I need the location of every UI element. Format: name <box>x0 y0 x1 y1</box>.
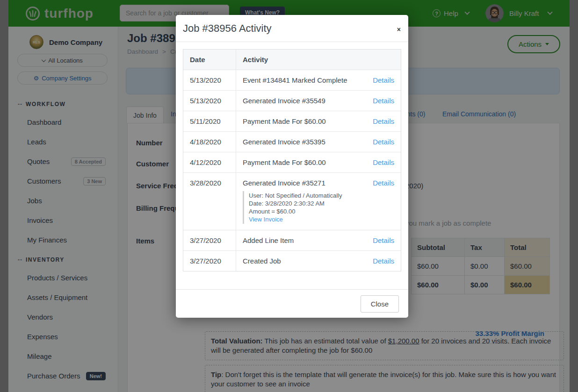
details-link[interactable]: Details <box>373 257 394 265</box>
col-date: Date <box>183 50 236 70</box>
details-link[interactable]: Details <box>373 117 394 125</box>
activity-text: Generated Invoice #35395 <box>243 138 325 146</box>
activity-row: 3/27/2020 Created Job Details <box>183 251 401 271</box>
activity-text: Payment Made For $60.00 <box>243 158 326 166</box>
activity-text: Payment Made For $60.00 <box>243 117 326 125</box>
activity-table-header: Date Activity <box>183 50 401 70</box>
details-link[interactable]: Details <box>373 236 394 244</box>
activity-text: Created Job <box>243 257 281 265</box>
activity-row: 5/13/2020 Generated Invoice #35549 Detai… <box>183 91 401 111</box>
details-link[interactable]: Details <box>373 97 394 105</box>
detail-amount: Amount = $60.00 <box>249 207 394 215</box>
activity-date: 3/28/2020 <box>183 173 236 230</box>
activity-table: Date Activity 5/13/2020 Event #134841 Ma… <box>183 49 401 271</box>
activity-date: 5/13/2020 <box>183 91 236 111</box>
activity-text: Added Line Item <box>243 236 294 244</box>
modal-body: Date Activity 5/13/2020 Event #134841 Ma… <box>176 42 408 278</box>
details-link[interactable]: Details <box>373 76 394 84</box>
modal-title: Job #38956 Activity <box>183 22 401 35</box>
details-link[interactable]: Details <box>373 158 394 166</box>
activity-text: Generated Invoice #35549 <box>243 97 325 105</box>
modal-header: Job #38956 Activity × <box>176 15 408 42</box>
activity-detail-block: User: Not Specified / Automatically Date… <box>243 191 394 224</box>
activity-row: 5/11/2020 Payment Made For $60.00 Detail… <box>183 111 401 132</box>
activity-row: 4/12/2020 Payment Made For $60.00 Detail… <box>183 152 401 173</box>
col-activity: Activity <box>236 50 401 70</box>
activity-text: Event #134841 Marked Complete <box>243 76 347 84</box>
activity-row: 4/18/2020 Generated Invoice #35395 Detai… <box>183 132 401 152</box>
activity-text: Generated Invoice #35271 <box>243 179 325 187</box>
app-screen: turfhop What's New? ? Help <box>0 0 578 392</box>
details-link[interactable]: Details <box>373 179 394 187</box>
activity-date: 5/11/2020 <box>183 111 236 131</box>
activity-row-expanded: 3/28/2020 Generated Invoice #35271 Detai… <box>183 173 401 230</box>
activity-row: 3/27/2020 Added Line Item Details <box>183 230 401 251</box>
activity-date: 3/27/2020 <box>183 251 236 271</box>
activity-date: 3/27/2020 <box>183 230 236 250</box>
activity-date: 4/18/2020 <box>183 132 236 152</box>
modal-footer: Close <box>176 289 408 318</box>
details-link[interactable]: Details <box>373 138 394 146</box>
activity-row: 5/13/2020 Event #134841 Marked Complete … <box>183 70 401 91</box>
detail-date: Date: 3/28/2020 2:30:32 AM <box>249 200 394 207</box>
detail-user: User: Not Specified / Automatically <box>249 192 394 200</box>
activity-date: 5/13/2020 <box>183 70 236 90</box>
activity-date: 4/12/2020 <box>183 152 236 172</box>
close-button[interactable]: Close <box>361 295 399 313</box>
right-edge-strip <box>570 0 578 392</box>
close-icon[interactable]: × <box>397 26 401 33</box>
view-invoice-link[interactable]: View Invoice <box>249 215 394 223</box>
left-edge-strip <box>0 0 8 392</box>
activity-modal: Job #38956 Activity × Date Activity 5/13… <box>176 15 408 318</box>
